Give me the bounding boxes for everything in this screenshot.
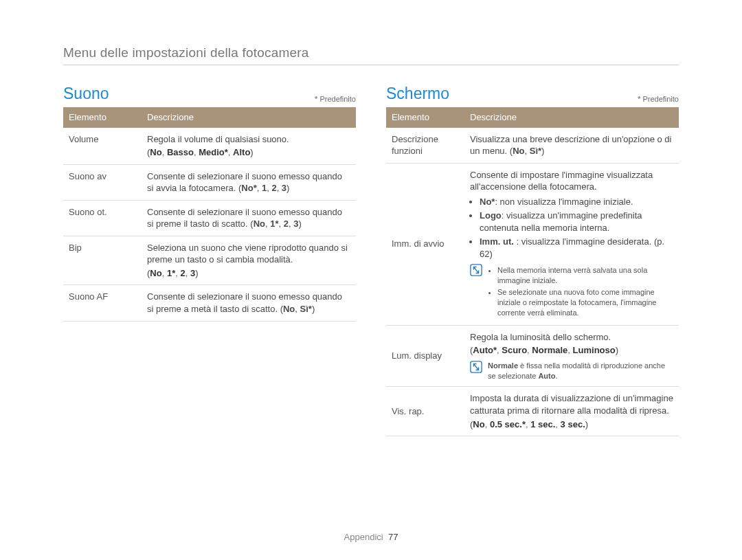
- row-description: Consente di selezionare il suono emesso …: [142, 200, 356, 236]
- row-description: Consente di selezionare il suono emesso …: [142, 164, 356, 200]
- footer-section: Appendici: [344, 532, 383, 542]
- row-element: Vis. rap.: [386, 387, 464, 436]
- row-element: Lum. display: [386, 325, 464, 387]
- table-row: Imm. di avvio Consente di impostare l'im…: [386, 163, 679, 325]
- row-element: Suono av: [63, 164, 142, 200]
- table-row: Descrizione funzioni Visualizza una brev…: [386, 128, 679, 164]
- table-row: Bip Seleziona un suono che viene riprodo…: [63, 236, 356, 285]
- settings-table-suono: Elemento Descrizione Volume Regola il vo…: [63, 107, 356, 322]
- section-header-suono: Suono * Predefinito: [63, 85, 356, 103]
- row-description: Imposta la durata di visualizzazione di …: [464, 387, 679, 436]
- left-column: Suono * Predefinito Elemento Descrizione…: [63, 85, 356, 436]
- columns: Suono * Predefinito Elemento Descrizione…: [63, 85, 679, 436]
- row-description: Visualizza una breve descrizione di un'o…: [464, 128, 679, 164]
- section-header-schermo: Schermo * Predefinito: [386, 85, 679, 103]
- row-text: Regola la luminosità dello schermo.: [470, 331, 673, 344]
- row-element: Suono ot.: [63, 200, 142, 236]
- row-description: Consente di impostare l'immagine visuali…: [464, 163, 679, 325]
- list-item: Imm. ut. : visualizza l'immagine desider…: [480, 236, 673, 260]
- page-title: Menu delle impostazioni della fotocamera: [63, 45, 679, 65]
- note-icon: [470, 361, 482, 373]
- row-element: Descrizione funzioni: [386, 128, 464, 164]
- settings-table-schermo: Elemento Descrizione Descrizione funzion…: [386, 107, 679, 436]
- row-description: Seleziona un suono che viene riprodotto …: [142, 236, 356, 285]
- row-text: Visualizza una breve descrizione di un'o…: [470, 134, 671, 157]
- table-row: Lum. display Regola la luminosità dello …: [386, 325, 679, 387]
- row-description: Regola il volume di qualsiasi suono. (No…: [142, 128, 356, 165]
- section-title-schermo: Schermo: [386, 85, 449, 103]
- right-column: Schermo * Predefinito Elemento Descrizio…: [386, 85, 679, 436]
- row-element: Suono AF: [63, 285, 142, 321]
- row-element: Bip: [63, 236, 142, 285]
- row-element: Volume: [63, 128, 142, 165]
- page-number: 77: [388, 532, 398, 542]
- row-element: Imm. di avvio: [386, 163, 464, 325]
- row-description: Regola la luminosità dello schermo. (Aut…: [464, 325, 679, 387]
- row-text: Consente di selezionare il suono emesso …: [147, 207, 342, 229]
- note-body: Nella memoria interna verrà salvata una …: [488, 264, 673, 319]
- col-header-element: Elemento: [63, 107, 142, 128]
- default-note: * Predefinito: [315, 95, 356, 103]
- section-title-suono: Suono: [63, 85, 109, 103]
- table-row: Volume Regola il volume di qualsiasi suo…: [63, 128, 356, 165]
- row-text: Consente di impostare l'immagine visuali…: [470, 169, 673, 193]
- row-options: (Auto*, Scuro, Normale, Luminoso): [470, 344, 673, 357]
- table-row: Vis. rap. Imposta la durata di visualizz…: [386, 387, 679, 436]
- row-description: Consente di selezionare il suono emesso …: [142, 285, 356, 321]
- default-note: * Predefinito: [638, 95, 679, 103]
- note-box: Normale è fissa nella modalità di riprod…: [470, 361, 673, 381]
- col-header-description: Descrizione: [142, 107, 356, 128]
- table-row: Suono AF Consente di selezionare il suon…: [63, 285, 356, 321]
- row-text: Regola il volume di qualsiasi suono.: [147, 134, 289, 144]
- option-list: No*: non visualizza l'immagine iniziale.…: [470, 196, 673, 260]
- row-text: Consente di selezionare il suono emesso …: [147, 291, 342, 314]
- table-row: Suono ot. Consente di selezionare il suo…: [63, 200, 356, 236]
- note-body: Normale è fissa nella modalità di riprod…: [488, 361, 673, 381]
- list-item: Se selezionate una nuova foto come immag…: [497, 287, 673, 318]
- note-icon: [470, 264, 482, 276]
- col-header-element: Elemento: [386, 107, 464, 128]
- col-header-description: Descrizione: [464, 107, 679, 128]
- list-item: No*: non visualizza l'immagine iniziale.: [480, 196, 673, 208]
- list-item: Logo: visualizza un'immagine predefinita…: [480, 210, 673, 234]
- list-item: Nella memoria interna verrà salvata una …: [497, 265, 673, 286]
- table-row: Suono av Consente di selezionare il suon…: [63, 164, 356, 200]
- note-box: Nella memoria interna verrà salvata una …: [470, 264, 673, 319]
- row-text: Seleziona un suono che viene riprodotto …: [147, 243, 348, 265]
- document-page: Menu delle impostazioni della fotocamera…: [0, 0, 742, 560]
- row-options: (No, Basso, Medio*, Alto): [147, 146, 350, 159]
- row-text: Imposta la durata di visualizzazione di …: [470, 392, 673, 416]
- footer: Appendici 77: [0, 532, 742, 542]
- row-options: (No, 1*, 2, 3): [147, 267, 350, 280]
- row-options: (No, 0.5 sec.*, 1 sec., 3 sec.): [470, 418, 673, 431]
